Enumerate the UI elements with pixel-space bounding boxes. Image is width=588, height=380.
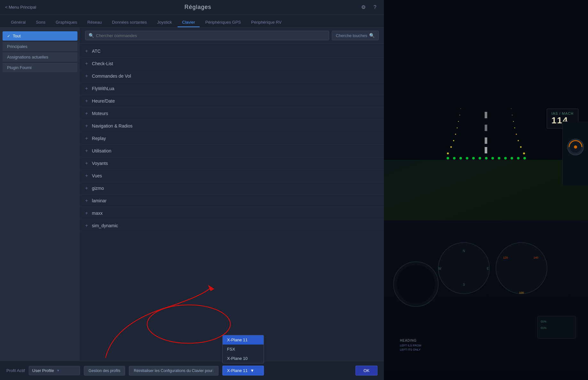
category-gizmo[interactable]: + gizmo (80, 182, 384, 195)
top-icons: ⚙ ? (360, 4, 379, 11)
svg-rect-20 (485, 147, 487, 153)
svg-point-9 (523, 152, 525, 154)
category-flywithlua[interactable]: + FlyWithLua (80, 82, 384, 95)
svg-point-1 (447, 152, 449, 154)
category-checklist[interactable]: + Check-List (80, 58, 384, 70)
sidebar-item-assignations[interactable]: Assignations actuelles (3, 52, 77, 62)
svg-point-31 (511, 157, 513, 159)
expand-icon-gizmo: + (85, 185, 88, 191)
cockpit-panel: IAS / MACH 114 SPEED N (384, 0, 588, 380)
svg-point-16 (511, 108, 512, 109)
profile-select[interactable]: User Profile ▼ (29, 366, 80, 375)
expand-icon-checklist: + (85, 61, 88, 66)
category-atc[interactable]: + ATC (80, 45, 384, 58)
svg-rect-0 (384, 0, 588, 160)
search-commands-icon: 🔍 (89, 33, 94, 38)
svg-point-5 (457, 128, 458, 128)
dropdown-option-fsx[interactable]: FSX (223, 345, 264, 354)
svg-point-36 (574, 145, 577, 149)
help-icon[interactable]: ? (371, 4, 379, 11)
sidebar-item-tout[interactable]: ✓ Tout (3, 31, 77, 41)
svg-point-27 (485, 157, 488, 159)
expand-icon-flywithlua: + (85, 86, 88, 91)
svg-point-30 (504, 157, 507, 159)
sidebar-item-principales[interactable]: Principales (3, 42, 77, 51)
profile-dropdown-arrow: ▼ (57, 369, 60, 372)
search-bar: 🔍 Cherche touches 🔍 (80, 27, 384, 44)
svg-point-28 (491, 157, 494, 159)
xplane-version-dropdown[interactable]: X-Plane 11 ▼ (222, 366, 264, 376)
search-keys-button[interactable]: Cherche touches 🔍 (332, 31, 379, 40)
gestion-profils-button[interactable]: Gestion des profils (84, 366, 125, 376)
search-keys-icon: 🔍 (369, 33, 375, 38)
category-replay[interactable]: + Replay (80, 132, 384, 145)
category-maxx[interactable]: + maxx (80, 207, 384, 220)
category-list: + ATC + Check-List + Commandes de Vol + … (80, 44, 384, 233)
svg-point-26 (479, 157, 481, 159)
svg-text:LEFT ITS ONLY: LEFT ITS ONLY (400, 348, 421, 351)
search-commands-input[interactable] (96, 33, 326, 38)
category-utilisation[interactable]: + Utilisation (80, 145, 384, 157)
category-laminar[interactable]: + laminar (80, 195, 384, 207)
profil-actif-label: Profil Actif (6, 368, 25, 373)
expand-icon-voyants: + (85, 160, 88, 166)
svg-point-33 (523, 157, 526, 159)
category-commandes-vol[interactable]: + Commandes de Vol (80, 70, 384, 82)
svg-point-15 (512, 115, 513, 115)
svg-point-13 (514, 128, 515, 128)
tab-peripheriques[interactable]: Périphériques GPS (201, 18, 245, 27)
dropdown-option-xplane11[interactable]: X-Plane 11 (223, 335, 264, 345)
expand-icon-utilisation: + (85, 148, 88, 154)
expand-icon-atc: + (85, 48, 88, 54)
tab-general[interactable]: Général (6, 18, 30, 27)
ias-label: IAS / MACH (552, 112, 574, 115)
tab-bar: Général Sons Graphiques Réseau Données s… (0, 15, 384, 27)
category-voyants[interactable]: + Voyants (80, 157, 384, 170)
category-navigation-radios[interactable]: + Navigation & Radios (80, 120, 384, 132)
dropdown-arrow: ▼ (250, 368, 254, 373)
expand-icon-vues: + (85, 173, 88, 179)
check-icon: ✓ (7, 34, 10, 38)
category-vues[interactable]: + Vues (80, 170, 384, 182)
svg-point-6 (458, 121, 459, 122)
svg-point-24 (466, 157, 468, 159)
category-moteurs[interactable]: + Moteurs (80, 107, 384, 120)
ok-button[interactable]: OK (355, 366, 377, 376)
expand-icon-laminar: + (85, 198, 88, 204)
tab-donnees[interactable]: Données sortantes (107, 18, 151, 27)
svg-text:140: 140 (533, 256, 538, 259)
sidebar-item-plugin[interactable]: Plugin Fourni (3, 63, 77, 72)
settings-dialog: < Menu Principal Réglages ⚙ ? Général So… (0, 0, 384, 380)
sidebar: ✓ Tout Principales Assignations actuelle… (0, 27, 80, 361)
category-heure-date[interactable]: + Heure/Date (80, 95, 384, 107)
expand-icon-replay: + (85, 136, 88, 141)
menu-principal-button[interactable]: < Menu Principal (5, 5, 36, 10)
svg-text:01%: 01% (541, 326, 546, 330)
top-bar: < Menu Principal Réglages ⚙ ? (0, 0, 384, 15)
dropdown-option-xplane10[interactable]: X-Plane 10 (223, 354, 264, 363)
svg-point-25 (472, 157, 475, 159)
tab-graphiques[interactable]: Graphiques (51, 18, 82, 27)
svg-point-4 (455, 134, 456, 135)
svg-text:E: E (487, 267, 489, 270)
svg-rect-18 (485, 125, 487, 131)
tab-peripherique-rv[interactable]: Périphérique RV (247, 18, 286, 27)
expand-icon-maxx: + (85, 210, 88, 216)
svg-text:100: 100 (519, 291, 524, 294)
reinitialiser-button[interactable]: Réinitialiser les Configurations du Clav… (129, 366, 218, 376)
svg-point-44 (496, 243, 547, 294)
runway-visualization (384, 0, 588, 160)
svg-text:W: W (438, 267, 441, 270)
category-sim-dynamic[interactable]: + sim_dynamic (80, 220, 384, 232)
tab-joystick[interactable]: Joystick (153, 18, 176, 27)
cockpit-instruments: N S W E 120 140 100 HEADING LEFT ILS FRO… (384, 220, 588, 380)
svg-text:01%: 01% (541, 320, 546, 323)
tab-reseau[interactable]: Réseau (83, 18, 106, 27)
tab-sons[interactable]: Sons (31, 18, 50, 27)
settings-icon[interactable]: ⚙ (360, 4, 367, 11)
expand-icon-heure: + (85, 98, 88, 104)
tab-clavier[interactable]: Clavier (178, 18, 199, 27)
svg-text:HEADING: HEADING (400, 339, 417, 342)
bottom-bar: Profil Actif User Profile ▼ Gestion des … (0, 361, 384, 380)
svg-rect-19 (485, 137, 487, 144)
